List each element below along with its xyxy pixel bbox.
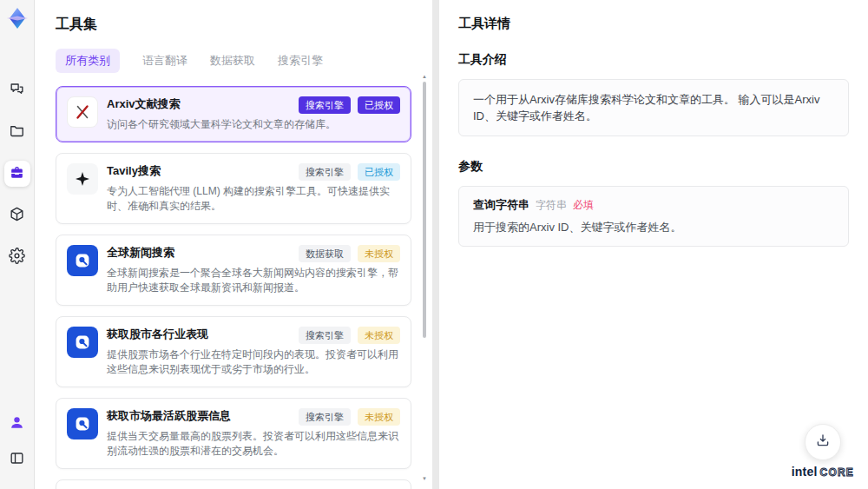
tool-card-badges: 搜索引擎 未授权 <box>299 327 400 344</box>
scrollbar-thumb[interactable] <box>423 82 426 338</box>
status-badge: 未授权 <box>358 408 400 426</box>
tool-card-badges: 搜索引擎 已授权 <box>299 96 400 114</box>
tool-card-description: 提供当天交易量最高的股票列表。投资者可以利用这些信息来识别流动性强的股票和潜在的… <box>107 429 400 459</box>
category-badge: 搜索引擎 <box>299 96 351 114</box>
tool-card-header: Tavily搜索 搜索引擎 已授权 <box>107 163 400 181</box>
tool-card-body: 获取市场最活跃股票信息 搜索引擎 未授权 提供当天交易量最高的股票列表。投资者可… <box>107 408 400 459</box>
sparkle-tool-icon <box>67 163 98 195</box>
tool-card-title: 全球新闻搜索 <box>107 245 174 261</box>
parameter-card: 查询字符串 字符串 必填 用于搜索的Arxiv ID、关键字或作者姓名。 <box>458 186 849 247</box>
news-tool-icon <box>67 408 98 439</box>
status-badge: 已授权 <box>358 163 400 181</box>
news-tool-icon <box>67 245 98 276</box>
gear-icon <box>9 248 25 268</box>
tool-card[interactable]: 全球新闻搜索 数据获取 未授权 全球新闻搜索是一个聚合全球各大新闻网站内容的搜索… <box>56 235 411 306</box>
category-tabs: 所有类别语言翻译数据获取搜索引擎 <box>56 49 411 73</box>
cube-icon <box>9 206 25 226</box>
tool-card-badges: 搜索引擎 未授权 <box>299 408 400 426</box>
left-rail <box>0 0 35 489</box>
parameter-type: 字符串 <box>536 198 567 213</box>
chat-icon <box>9 81 25 101</box>
parameter-name: 查询字符串 <box>473 197 529 213</box>
sidebar-item-settings[interactable] <box>4 244 30 270</box>
tool-card-badges: 搜索引擎 已授权 <box>299 163 400 181</box>
app-window: 工具集 所有类别语言翻译数据获取搜索引擎 Arxiv文献搜索 搜索引擎 已授权 … <box>0 0 868 489</box>
person-icon <box>9 414 25 434</box>
tool-card-description: 提供股票市场各个行业在特定时间段内的表现。投资者可以利用这些信息来识别表现优于或… <box>107 347 400 377</box>
tool-card-title: Arxiv文献搜索 <box>107 96 181 112</box>
arxiv-tool-icon <box>67 96 98 128</box>
tool-card-title: Tavily搜索 <box>107 163 161 179</box>
tool-card-header: Arxiv文献搜索 搜索引擎 已授权 <box>107 96 400 114</box>
tool-card-badges: 数据获取 未授权 <box>299 245 400 262</box>
tool-card-description: 全球新闻搜索是一个聚合全球各大新闻网站内容的搜索引擎，帮助用户快速获取全球最新资… <box>107 266 400 295</box>
panel-divider <box>432 0 439 489</box>
scroll-up-icon[interactable]: ▲ <box>421 73 428 80</box>
tab-0[interactable]: 所有类别 <box>56 49 120 73</box>
category-badge: 搜索引擎 <box>299 408 351 426</box>
tool-card-body: 全球新闻搜索 数据获取 未授权 全球新闻搜索是一个聚合全球各大新闻网站内容的搜索… <box>107 245 400 295</box>
tool-card-header: 获取股市各行业表现 搜索引擎 未授权 <box>107 327 400 344</box>
scroll-down-icon[interactable]: ▼ <box>421 475 428 482</box>
brand-intel: intel <box>792 465 818 479</box>
folder-icon <box>9 122 25 142</box>
sidebar-item-files[interactable] <box>4 119 30 145</box>
intro-text-box: 一个用于从Arxiv存储库搜索科学论文和文章的工具。 输入可以是Arxiv ID… <box>458 79 849 136</box>
sidebar-item-packages[interactable] <box>4 202 30 228</box>
news-tool-icon <box>67 327 98 358</box>
status-badge: 未授权 <box>358 327 400 344</box>
tool-card-description: 访问各个研究领域大量科学论文和文章的存储库。 <box>107 117 400 132</box>
status-badge: 已授权 <box>358 96 400 114</box>
required-badge: 必填 <box>573 198 594 213</box>
download-button[interactable] <box>805 424 841 460</box>
tool-card[interactable]: 获取市场最活跃股票信息 搜索引擎 未授权 提供当天交易量最高的股票列表。投资者可… <box>56 398 411 469</box>
bottom-right-widgets: intel core <box>792 424 854 479</box>
sidebar-item-tools[interactable] <box>4 161 30 187</box>
tab-1[interactable]: 语言翻译 <box>142 49 187 73</box>
tool-card[interactable]: 获取股市各行业表现 搜索引擎 未授权 提供股票市场各个行业在特定时间段内的表现。… <box>56 316 411 387</box>
tool-card-body: 获取股市各行业表现 搜索引擎 未授权 提供股票市场各个行业在特定时间段内的表现。… <box>107 327 400 377</box>
sidebar-item-panel-toggle[interactable] <box>4 446 30 472</box>
tool-card-header: 全球新闻搜索 数据获取 未授权 <box>107 245 400 262</box>
details-title: 工具详情 <box>458 16 849 32</box>
tool-card-body: Tavily搜索 搜索引擎 已授权 专为人工智能代理 (LLM) 构建的搜索引擎… <box>107 163 400 214</box>
status-badge: 未授权 <box>358 245 400 262</box>
tool-card[interactable]: 万维地区新闻查询 搜索引擎 未授权 查询具体行政区划内的新闻，快速了解各地新闻动 <box>56 479 411 489</box>
tool-card[interactable]: Tavily搜索 搜索引擎 已授权 专为人工智能代理 (LLM) 构建的搜索引擎… <box>56 153 411 224</box>
category-badge: 数据获取 <box>299 245 351 262</box>
tool-card-list: Arxiv文献搜索 搜索引擎 已授权 访问各个研究领域大量科学论文和文章的存储库… <box>56 86 411 489</box>
parameter-description: 用于搜索的Arxiv ID、关键字或作者姓名。 <box>473 220 834 235</box>
tool-card-title: 获取股市各行业表现 <box>107 327 208 342</box>
params-heading: 参数 <box>458 159 849 175</box>
tab-3[interactable]: 搜索引擎 <box>278 49 323 73</box>
tab-2[interactable]: 数据获取 <box>210 49 255 73</box>
toolbox-icon <box>9 164 25 184</box>
page-title: 工具集 <box>56 16 411 34</box>
brand-core: core <box>820 466 854 479</box>
parameter-header: 查询字符串 字符串 必填 <box>473 197 834 213</box>
intro-heading: 工具介绍 <box>458 52 849 68</box>
tools-list-panel: 工具集 所有类别语言翻译数据获取搜索引擎 Arxiv文献搜索 搜索引擎 已授权 … <box>35 0 432 489</box>
category-badge: 搜索引擎 <box>299 327 351 344</box>
category-badge: 搜索引擎 <box>299 163 351 181</box>
tool-card[interactable]: Arxiv文献搜索 搜索引擎 已授权 访问各个研究领域大量科学论文和文章的存储库… <box>56 86 411 142</box>
intel-core-logo: intel core <box>792 465 854 479</box>
download-icon <box>815 433 831 452</box>
tool-card-body: Arxiv文献搜索 搜索引擎 已授权 访问各个研究领域大量科学论文和文章的存储库… <box>107 96 400 132</box>
tool-details-panel: 工具详情 工具介绍 一个用于从Arxiv存储库搜索科学论文和文章的工具。 输入可… <box>439 0 868 489</box>
tool-card-title: 获取市场最活跃股票信息 <box>107 408 231 424</box>
tool-card-header: 获取市场最活跃股票信息 搜索引擎 未授权 <box>107 408 400 426</box>
sidebar-item-chat[interactable] <box>4 77 30 103</box>
panel-layout-icon <box>9 450 25 470</box>
app-logo-icon <box>6 7 29 30</box>
tool-card-description: 专为人工智能代理 (LLM) 构建的搜索引擎工具。可快速提供实时、准确和真实的结… <box>107 184 400 214</box>
sidebar-item-account[interactable] <box>4 411 30 437</box>
list-scrollbar[interactable]: ▲ ▼ <box>421 73 428 482</box>
